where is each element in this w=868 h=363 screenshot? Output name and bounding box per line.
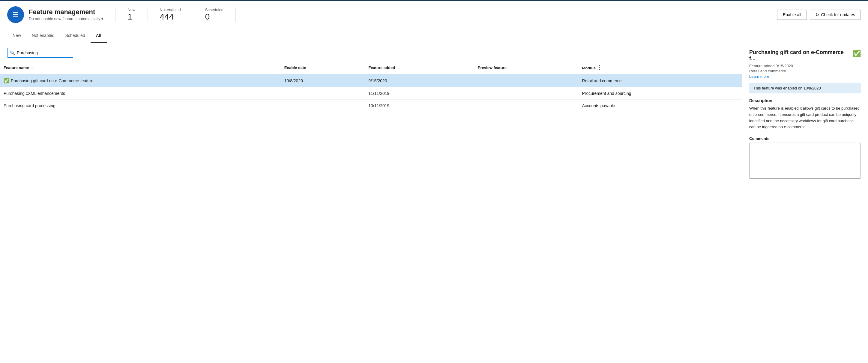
detail-title-row: Purchasing gift card on e-Commerce f... … <box>749 49 861 62</box>
detail-description-title: Description <box>749 98 861 103</box>
cell-feature-added: 9/15/2020 <box>365 74 474 87</box>
stat-new-label: New <box>127 7 135 12</box>
detail-title: Purchasing gift card on e-Commerce f... <box>749 49 850 62</box>
header-actions: Enable all ↻ Check for updates <box>777 9 861 20</box>
detail-pane: Purchasing gift card on e-Commerce f... … <box>742 43 868 363</box>
header-title-block: Feature management Do not enable new fea… <box>29 8 103 21</box>
enabled-check-icon: ✅ <box>4 78 9 83</box>
cell-feature-name: ✅ Purchasing gift card on e-Commerce fea… <box>0 74 281 87</box>
table-header-row: Feature name ↑ Enable date Feature added… <box>0 61 742 74</box>
feature-table: Feature name ↑ Enable date Feature added… <box>0 61 742 112</box>
stat-not-enabled-label: Not enabled <box>160 7 181 12</box>
header: ☰ Feature management Do not enable new f… <box>0 1 868 28</box>
search-icon: 🔍 <box>10 51 15 55</box>
table-row[interactable]: Purchasing cXML enhancements 11/11/2019 … <box>0 87 742 100</box>
header-stats: New 1 Not enabled 444 Scheduled 0 <box>115 7 770 22</box>
header-subtitle[interactable]: Do not enable new features automatically… <box>29 17 103 21</box>
cell-preview-feature <box>474 74 579 87</box>
stat-scheduled: Scheduled 0 <box>193 7 236 22</box>
search-input[interactable] <box>17 51 70 55</box>
stat-new-value: 1 <box>127 12 135 22</box>
table-row[interactable]: Purchasing card processing 10/11/2019 Ac… <box>0 100 742 112</box>
table-row[interactable]: ✅ Purchasing gift card on e-Commerce fea… <box>0 74 742 87</box>
stat-not-enabled-value: 444 <box>160 12 181 22</box>
feature-table-container: Feature name ↑ Enable date Feature added… <box>0 61 742 363</box>
menu-icon: ☰ <box>12 11 19 18</box>
list-pane: 🔍 Feature name ↑ Enable date <box>0 43 742 363</box>
cell-module: Retail and commerce <box>578 74 742 87</box>
cell-feature-added: 11/11/2019 <box>365 87 474 100</box>
cell-module: Accounts payable <box>578 100 742 112</box>
enable-all-button[interactable]: Enable all <box>777 9 807 20</box>
cell-preview-feature <box>474 100 579 112</box>
stat-new: New 1 <box>115 7 148 22</box>
sort-desc-icon: ↓ <box>397 66 399 69</box>
cell-feature-added: 10/11/2019 <box>365 100 474 112</box>
col-enable-date[interactable]: Enable date <box>281 61 365 74</box>
learn-more-link[interactable]: Learn more <box>749 74 769 79</box>
col-feature-added[interactable]: Feature added ↓ <box>365 61 474 74</box>
cell-module: Procurement and sourcing <box>578 87 742 100</box>
tab-all[interactable]: All <box>91 29 107 43</box>
stat-not-enabled: Not enabled 444 <box>148 7 193 22</box>
search-bar: 🔍 <box>0 43 742 61</box>
col-preview-feature[interactable]: Preview feature <box>474 61 579 74</box>
tab-new[interactable]: New <box>7 29 26 43</box>
search-input-wrap: 🔍 <box>7 48 73 58</box>
cell-feature-name: Purchasing cXML enhancements <box>0 87 281 100</box>
detail-enabled-icon: ✅ <box>853 50 861 58</box>
cell-enable-date <box>281 87 365 100</box>
tabs-bar: New Not enabled Scheduled All <box>0 28 868 43</box>
page-title: Feature management <box>29 8 103 16</box>
cell-enable-date <box>281 100 365 112</box>
col-feature-name[interactable]: Feature name ↑ <box>0 61 281 74</box>
detail-comments-input[interactable] <box>749 143 861 179</box>
cell-enable-date: 10/8/2020 <box>281 74 365 87</box>
cell-preview-feature <box>474 87 579 100</box>
detail-meta-module: Retail and commerce <box>749 69 861 73</box>
refresh-icon: ↻ <box>815 12 819 17</box>
app-logo: ☰ <box>7 6 24 23</box>
stat-scheduled-value: 0 <box>205 12 223 22</box>
detail-enabled-banner: This feature was enabled on 10/8/2020 <box>749 83 861 93</box>
detail-comments-label: Comments <box>749 136 861 141</box>
stat-scheduled-label: Scheduled <box>205 7 223 12</box>
cell-feature-name: Purchasing card processing <box>0 100 281 112</box>
detail-meta-added: Feature added 9/15/2020 <box>749 64 861 68</box>
check-updates-button[interactable]: ↻ Check for updates <box>810 9 861 20</box>
detail-description: When this feature is enabled it allows g… <box>749 105 861 130</box>
sort-asc-icon: ↑ <box>31 66 33 69</box>
tab-scheduled[interactable]: Scheduled <box>60 29 91 43</box>
col-module[interactable]: Module ⋮ <box>578 61 742 74</box>
column-options-icon[interactable]: ⋮ <box>597 64 602 71</box>
chevron-down-icon: ▾ <box>101 17 103 21</box>
main-content: 🔍 Feature name ↑ Enable date <box>0 43 868 363</box>
tab-not-enabled[interactable]: Not enabled <box>26 29 60 43</box>
